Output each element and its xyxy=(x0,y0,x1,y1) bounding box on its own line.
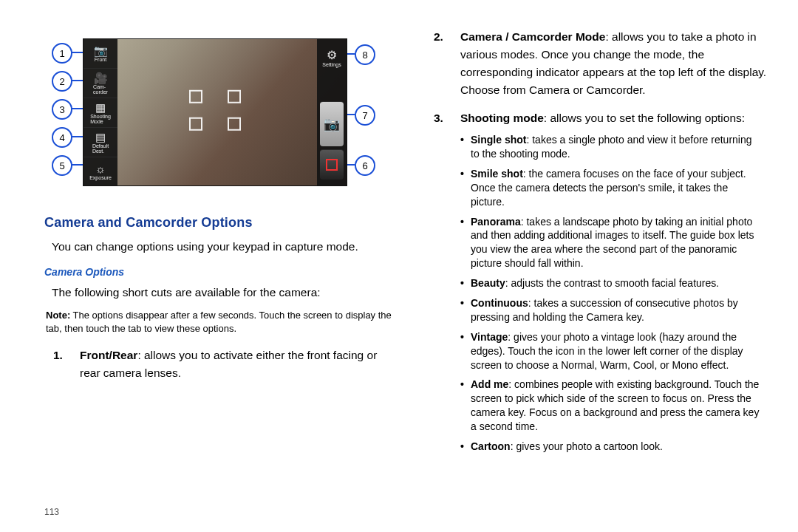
callout-4: 4 xyxy=(52,127,72,148)
grid-icon: ▦ xyxy=(95,102,106,113)
shortcuts-intro: The following short cuts are available f… xyxy=(52,284,395,301)
shooting-mode-label: Shooting Mode xyxy=(90,114,111,124)
option-desc: : allows you to set the following option… xyxy=(544,112,745,124)
list-number: 1. xyxy=(53,347,63,364)
list-number: 3. xyxy=(434,109,443,127)
bullet-item: Continuous: takes a succession of consec… xyxy=(460,296,770,324)
callout-line xyxy=(71,108,83,109)
option-name: Shooting mode xyxy=(460,112,544,124)
options-list-right: 2. Camera / Camcorder Mode: allows you t… xyxy=(425,28,776,454)
exposure-label: Exposure xyxy=(89,175,112,180)
callout-1: 1 xyxy=(52,43,72,64)
bullet-item: Single shot: takes a single photo and vi… xyxy=(460,133,770,161)
callout-line xyxy=(71,136,83,137)
bullet-item: Cartoon: gives your photo a cartoon look… xyxy=(460,440,770,454)
spacer xyxy=(317,76,347,98)
bullet-name: Smile shot xyxy=(471,168,523,180)
storage-icon: ▤ xyxy=(95,132,106,143)
option-item-1: 1. Front/Rear: allows you to activate ei… xyxy=(44,347,395,382)
shooting-mode-icon: ▦ Shooting Mode xyxy=(83,98,117,127)
bullet-item: Beauty: adjusts the contrast to smooth f… xyxy=(460,276,770,290)
callout-line xyxy=(71,164,83,166)
callout-line xyxy=(71,52,83,53)
right-icon-strip: ⚙ Settings 📷 xyxy=(317,39,347,185)
bullet-item: Smile shot: the camera focuses on the fa… xyxy=(460,167,770,209)
default-dest-label: Default Dest. xyxy=(92,143,109,154)
option-name: Front/Rear xyxy=(80,349,137,361)
settings-label: Settings xyxy=(322,62,341,67)
left-icon-strip: 📷 Front 🎥 Cam- corder ▦ Shooting Mode ▤ … xyxy=(83,39,117,185)
callout-2: 2 xyxy=(52,71,72,92)
camera-icon: 📷 xyxy=(94,45,108,56)
bullet-name: Beauty xyxy=(471,277,505,289)
callout-line xyxy=(347,53,355,55)
callout-5: 5 xyxy=(52,155,72,176)
front-label: Front xyxy=(95,57,106,62)
left-column: 1 2 3 4 5 8 7 6 📷 Front xyxy=(44,25,417,525)
gear-icon: ⚙ xyxy=(327,48,337,62)
manual-page: 1 2 3 4 5 8 7 6 📷 Front xyxy=(0,0,798,532)
subsection-heading: Camera Options xyxy=(44,266,395,278)
default-dest-icon: ▤ Default Dest. xyxy=(83,127,117,157)
bullet-desc: : adjusts the contrast to smooth facial … xyxy=(505,277,719,289)
settings-button: ⚙ Settings xyxy=(317,39,347,76)
list-number: 2. xyxy=(434,28,443,46)
bullet-name: Panorama xyxy=(471,216,521,228)
record-button xyxy=(320,149,344,180)
bullet-item: Vintage: gives your photo a vintage look… xyxy=(460,330,770,372)
bullet-desc: : combines people with existing backgrou… xyxy=(471,378,759,432)
bullet-desc: : gives your photo a vintage look (hazy … xyxy=(471,331,743,371)
shooting-mode-bullets: Single shot: takes a single photo and vi… xyxy=(460,133,770,454)
note-label: Note: xyxy=(46,310,70,321)
bullet-item: Add me: combines people with existing ba… xyxy=(460,378,770,434)
focus-bracket xyxy=(189,90,241,131)
bullet-name: Continuous xyxy=(471,297,528,309)
callout-7: 7 xyxy=(355,105,375,126)
camcorder-icon: 🎥 Cam- corder xyxy=(83,68,117,98)
note-block: Note: The options disappear after a few … xyxy=(44,309,395,335)
bullet-name: Vintage xyxy=(471,331,508,343)
exposure-icon: ☼ Exposure xyxy=(83,157,117,186)
camera-diagram: 1 2 3 4 5 8 7 6 📷 Front xyxy=(44,25,369,199)
option-item-2: 2. Camera / Camcorder Mode: allows you t… xyxy=(425,28,776,99)
intro-text: You can change options using your keypad… xyxy=(52,238,395,256)
front-rear-icon: 📷 Front xyxy=(83,39,117,68)
callout-3: 3 xyxy=(52,99,72,120)
page-number: 113 xyxy=(44,507,59,517)
camera-screen: 📷 Front 🎥 Cam- corder ▦ Shooting Mode ▤ … xyxy=(83,38,347,186)
option-item-3: 3. Shooting mode: allows you to set the … xyxy=(425,109,776,454)
right-column: 2. Camera / Camcorder Mode: allows you t… xyxy=(417,25,776,525)
option-name: Camera / Camcorder Mode xyxy=(460,30,605,43)
callout-line xyxy=(347,114,355,115)
bullet-desc: : gives your photo a cartoon look. xyxy=(511,440,663,452)
callout-6: 6 xyxy=(355,155,375,176)
bullet-name: Add me xyxy=(471,378,508,390)
video-icon: 🎥 xyxy=(94,72,108,83)
camcorder-label: Cam- corder xyxy=(93,84,108,95)
section-heading: Camera and Camcorder Options xyxy=(44,215,395,231)
bullet-name: Single shot xyxy=(471,134,526,146)
camera-icon: 📷 xyxy=(324,116,340,132)
bullet-item: Panorama: takes a landscape photo by tak… xyxy=(460,215,770,271)
note-text: The options disappear after a few second… xyxy=(46,310,392,334)
callout-line xyxy=(71,80,83,81)
callout-line xyxy=(347,164,355,166)
bullet-name: Cartoon xyxy=(471,440,511,452)
shutter-button: 📷 xyxy=(320,101,344,146)
callout-8: 8 xyxy=(355,44,375,65)
brightness-icon: ☼ xyxy=(95,163,106,174)
options-list-left: 1. Front/Rear: allows you to activate ei… xyxy=(44,347,395,382)
